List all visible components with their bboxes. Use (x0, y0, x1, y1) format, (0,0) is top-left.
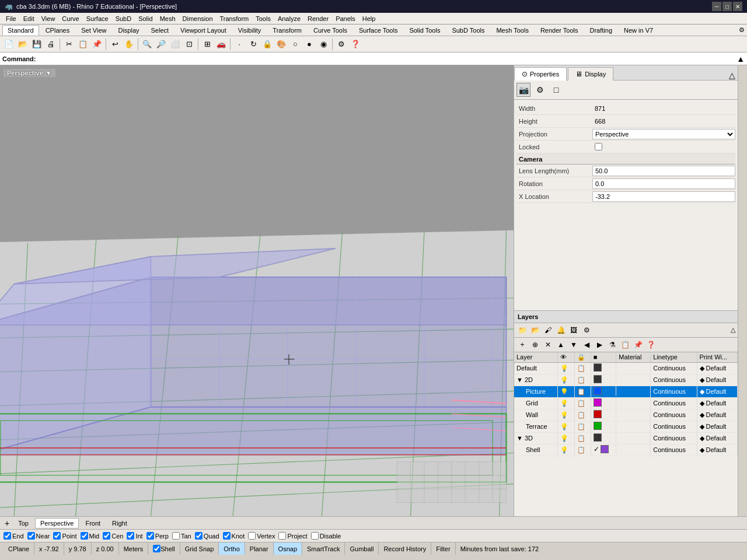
toolbar-tab-viewport-layout[interactable]: Viewport Layout (175, 25, 232, 36)
rotate-icon[interactable]: ↻ (247, 38, 260, 51)
toolbar-tab-surface-tools[interactable]: Surface Tools (354, 25, 403, 36)
cut-icon[interactable]: ✂ (62, 38, 75, 51)
layer-down-icon[interactable]: ▼ (568, 339, 580, 351)
menu-item-surface[interactable]: Surface (83, 14, 112, 23)
menu-item-subd[interactable]: SubD (112, 14, 135, 23)
command-input[interactable] (38, 55, 736, 62)
osnap-int[interactable]: Int (127, 532, 142, 540)
layer-vis-shell[interactable]: 💡 (558, 444, 574, 456)
layer-row-2d[interactable]: ▼ 2D💡📋Continuous◆ Default (514, 374, 738, 386)
status-grid-snap[interactable]: Grid Snap (180, 542, 219, 555)
menu-item-panels[interactable]: Panels (332, 14, 359, 23)
osnap-checkbox-int[interactable] (127, 532, 134, 540)
toolbar-tab-render-tools[interactable]: Render Tools (535, 25, 584, 36)
osnap-checkbox-point[interactable] (53, 532, 61, 540)
toolbar-tab-transform[interactable]: Transform (267, 25, 307, 36)
zoom-out-icon[interactable]: 🔎 (155, 38, 167, 51)
layer-up-icon[interactable]: ▲ (555, 339, 567, 351)
save-icon[interactable]: 💾 (30, 38, 43, 51)
viewport-add-button[interactable]: + (2, 519, 12, 528)
projection-select[interactable]: Perspective Parallel Two-point Perspecti… (592, 129, 735, 139)
camera-icon[interactable]: 📷 (516, 83, 530, 97)
osnap-point[interactable]: Point (53, 532, 76, 540)
projection-dropdown[interactable]: Perspective Parallel Two-point Perspecti… (592, 129, 735, 139)
osnap-near[interactable]: Near (27, 532, 50, 540)
toolbar-tab-new-in-v7[interactable]: New in V7 (619, 25, 658, 36)
layer-vis-picture[interactable]: 💡 (558, 386, 574, 397)
menu-item-dimension[interactable]: Dimension (179, 14, 217, 23)
status-planar[interactable]: Planar (245, 542, 274, 555)
status-ortho[interactable]: Ortho (219, 542, 245, 555)
menu-item-curve[interactable]: Curve (58, 14, 82, 23)
toolbar-tab-subd-tools[interactable]: SubD Tools (446, 25, 490, 36)
status-unit[interactable]: Meters (119, 542, 149, 555)
layer-row-default[interactable]: Default💡📋Continuous◆ Default (514, 362, 738, 374)
menu-item-mesh[interactable]: Mesh (156, 14, 179, 23)
menu-item-analyze[interactable]: Analyze (274, 14, 304, 23)
xlocation-input[interactable] (592, 191, 735, 202)
layer-row-shell[interactable]: Shell💡📋✓Continuous◆ Default (514, 444, 738, 456)
osnap-checkbox-near[interactable] (27, 532, 35, 540)
zoom-window-icon[interactable]: ⬜ (169, 38, 181, 51)
menu-item-help[interactable]: Help (359, 14, 379, 23)
close-button[interactable]: ✕ (733, 2, 742, 11)
layer-add-child-icon[interactable]: ⊕ (529, 339, 541, 351)
layer-lock-default[interactable]: 📋 (574, 362, 591, 374)
layer-row-wall[interactable]: Wall💡📋Continuous◆ Default (514, 409, 738, 421)
viewport-dropdown-icon[interactable]: ▼ (46, 69, 52, 76)
layers-panel-expand[interactable]: △ (731, 326, 735, 334)
status-record-history[interactable]: Record History (379, 542, 431, 555)
toolbar-tab-set-view[interactable]: Set View (76, 25, 111, 36)
layer-vis-3d[interactable]: 💡 (558, 432, 574, 444)
layer-lock-wall[interactable]: 📋 (574, 409, 591, 421)
viewport-rect-icon[interactable]: □ (549, 83, 563, 97)
panel-expand-icon[interactable]: △ (727, 71, 738, 80)
help-icon[interactable]: ❓ (349, 38, 362, 51)
layer-new-icon[interactable]: 📁 (516, 324, 528, 336)
pan-icon[interactable]: ✋ (123, 38, 135, 51)
layer-help2-icon[interactable]: ❓ (645, 339, 657, 351)
layer-vis-grid[interactable]: 💡 (558, 397, 574, 409)
undo-icon[interactable]: ↩ (109, 38, 121, 51)
status-cplane[interactable]: CPlane (4, 542, 34, 555)
menu-item-edit[interactable]: Edit (20, 14, 38, 23)
layer-copy-icon[interactable]: 📋 (619, 339, 631, 351)
layer-lock-terrace[interactable]: 📋 (574, 421, 591, 432)
viewport-tab-right[interactable]: Right (107, 518, 132, 528)
right-scrollbar[interactable] (738, 65, 747, 516)
osnap-vertex[interactable]: Vertex (248, 532, 275, 540)
osnap-checkbox-cen[interactable] (103, 532, 110, 540)
toolbar-tab-mesh-tools[interactable]: Mesh Tools (491, 25, 533, 36)
zoom-in-icon[interactable]: 🔍 (141, 38, 153, 51)
open-icon[interactable]: 📂 (16, 38, 29, 51)
layer-left-icon[interactable]: ◀ (581, 339, 592, 351)
view-icon[interactable]: ⊞ (201, 38, 214, 51)
osnap-checkbox-project[interactable] (278, 532, 286, 540)
layer-right-icon[interactable]: ▶ (594, 339, 605, 351)
layer-bell-icon[interactable]: 🔔 (555, 324, 567, 336)
status-gumball[interactable]: Gumball (345, 542, 379, 555)
sphere2-icon[interactable]: ● (303, 38, 316, 51)
viewport-tab-perspective[interactable]: Perspective (35, 518, 79, 528)
command-expand-icon[interactable]: ▲ (736, 54, 745, 64)
osnap-knot[interactable]: Knot (223, 532, 245, 540)
layer-open-icon[interactable]: 📂 (529, 324, 541, 336)
osnap-checkbox-perp[interactable] (146, 532, 154, 540)
osnap-checkbox-end[interactable] (4, 532, 11, 540)
shell-checkbox[interactable] (153, 545, 160, 552)
layer-color-shell[interactable]: ✓ (591, 444, 616, 454)
lens-input[interactable] (592, 166, 735, 176)
maximize-button[interactable]: □ (722, 2, 732, 11)
new-icon[interactable]: 📄 (2, 38, 15, 51)
status-osnap[interactable]: Osnap (274, 542, 302, 555)
layer-row-terrace[interactable]: Terrace💡📋Continuous◆ Default (514, 421, 738, 432)
settings-gear-icon[interactable]: ⚙ (533, 83, 547, 97)
osnap-perp[interactable]: Perp (146, 532, 169, 540)
osnap-cen[interactable]: Cen (103, 532, 123, 540)
toolbar-tab-select[interactable]: Select (146, 25, 174, 36)
menu-item-tools[interactable]: Tools (252, 14, 274, 23)
menu-item-solid[interactable]: Solid (135, 14, 156, 23)
tab-display[interactable]: 🖥 Display (568, 67, 613, 80)
layer-row-3d[interactable]: ▼ 3D💡📋Continuous◆ Default (514, 432, 738, 444)
menu-item-view[interactable]: View (38, 14, 59, 23)
